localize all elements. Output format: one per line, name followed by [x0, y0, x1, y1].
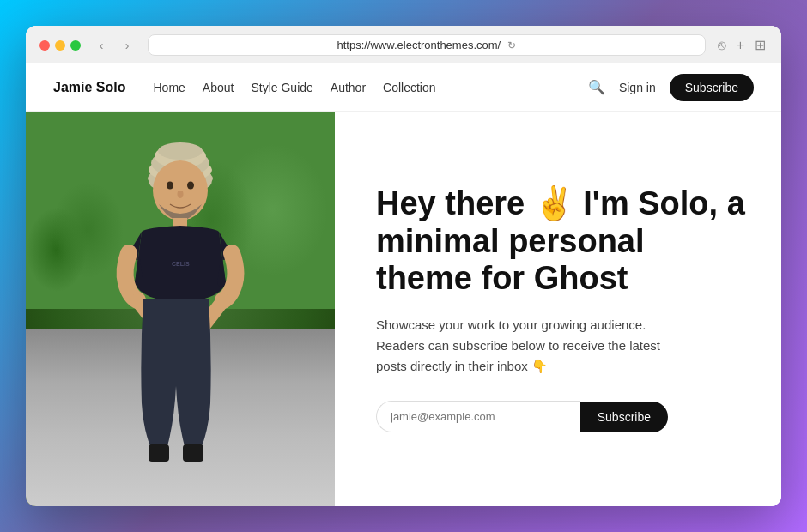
hero-photo: CELIS: [26, 112, 335, 506]
new-tab-icon[interactable]: +: [735, 36, 746, 55]
nav-right: 🔍 Sign in Subscribe: [588, 74, 754, 101]
svg-point-7: [167, 182, 173, 190]
nav-author[interactable]: Author: [331, 81, 366, 94]
address-bar[interactable]: https://www.electronthemes.com/ ↻: [148, 34, 706, 56]
minimize-button[interactable]: [55, 40, 65, 51]
close-button[interactable]: [39, 40, 50, 51]
url-text: https://www.electronthemes.com/: [337, 39, 501, 51]
traffic-lights: [39, 40, 81, 51]
hero-text-section: Hey there ✌️ I'm Solo, a minimal persona…: [335, 112, 781, 506]
hero-subtext: Showcase your work to your growing audie…: [376, 315, 668, 377]
email-input[interactable]: [376, 401, 580, 432]
grid-icon[interactable]: ⊞: [753, 35, 768, 55]
svg-point-8: [187, 182, 194, 190]
browser-actions: ⎋ + ⊞: [716, 35, 768, 55]
browser-window: ‹ › https://www.electronthemes.com/ ↻ ⎋ …: [26, 26, 781, 506]
site-nav: Jamie Solo Home About Style Guide Author…: [26, 63, 781, 112]
sign-in-link[interactable]: Sign in: [619, 81, 656, 94]
nav-style-guide[interactable]: Style Guide: [251, 81, 312, 94]
svg-rect-12: [183, 444, 203, 462]
browser-nav: ‹ ›: [91, 35, 137, 56]
share-icon[interactable]: ⎋: [716, 36, 728, 55]
site-logo[interactable]: Jamie Solo: [53, 80, 125, 95]
search-icon[interactable]: 🔍: [588, 79, 605, 95]
svg-rect-11: [149, 444, 169, 462]
subscribe-form: Subscribe: [376, 401, 668, 432]
nav-home[interactable]: Home: [153, 81, 185, 94]
reload-icon[interactable]: ↻: [507, 39, 516, 51]
main-content: CELIS Hey there ✌️ I'm Solo, a minimal p…: [26, 112, 781, 506]
website-content: Jamie Solo Home About Style Guide Author…: [26, 63, 781, 506]
browser-chrome: ‹ › https://www.electronthemes.com/ ↻ ⎋ …: [26, 26, 781, 63]
svg-point-5: [158, 142, 203, 160]
svg-point-6: [153, 160, 208, 221]
svg-text:CELIS: CELIS: [172, 261, 190, 267]
back-button[interactable]: ‹: [91, 35, 112, 56]
hero-heading: Hey there ✌️ I'm Solo, a minimal persona…: [376, 185, 747, 298]
nav-about[interactable]: About: [203, 81, 234, 94]
person-figure: CELIS: [82, 112, 279, 506]
subscribe-form-button[interactable]: Subscribe: [580, 402, 668, 432]
subscribe-nav-button[interactable]: Subscribe: [670, 74, 754, 101]
hero-image: CELIS: [26, 112, 335, 506]
nav-links: Home About Style Guide Author Collection: [153, 81, 587, 94]
forward-button[interactable]: ›: [117, 35, 137, 56]
nav-collection[interactable]: Collection: [383, 81, 435, 94]
maximize-button[interactable]: [70, 40, 81, 51]
